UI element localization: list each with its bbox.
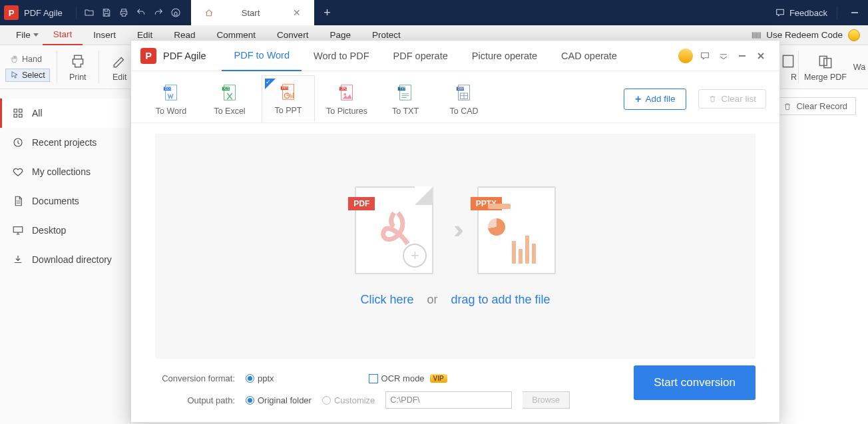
dlg-tab-picoperate[interactable]: Picture operate bbox=[460, 41, 549, 71]
redo-icon[interactable] bbox=[150, 4, 167, 21]
hand-icon bbox=[10, 55, 19, 64]
dialog-minimize[interactable] bbox=[733, 47, 752, 65]
ribbon-cursor-group: Hand Select bbox=[0, 45, 55, 89]
app-logo: P bbox=[4, 5, 19, 20]
printer-icon bbox=[69, 53, 87, 70]
barcode-icon bbox=[752, 31, 762, 40]
chevron-down-icon bbox=[33, 33, 39, 37]
menu-insert[interactable]: Insert bbox=[83, 25, 126, 45]
menu-start[interactable]: Start bbox=[43, 25, 83, 45]
svg-rect-3 bbox=[819, 56, 827, 65]
dlg-tab-cadoperate[interactable]: CAD operate bbox=[549, 41, 629, 71]
svg-text:JPG: JPG bbox=[341, 87, 347, 91]
ribbon-merge-pdf[interactable]: Merge PDF bbox=[800, 45, 851, 89]
output-original-radio[interactable]: Original folder bbox=[246, 395, 312, 405]
add-circle-icon: + bbox=[403, 244, 427, 268]
dialog-header: P PDF Agile PDF to Word Word to PDF PDF … bbox=[131, 41, 779, 71]
dialog-message-icon[interactable] bbox=[696, 47, 714, 65]
desktop-icon bbox=[12, 224, 24, 236]
excel-file-icon: XLSX bbox=[220, 83, 240, 103]
svg-rect-8 bbox=[19, 114, 23, 118]
ribbon-right-partial[interactable]: R bbox=[778, 45, 797, 89]
window-minimize[interactable] bbox=[841, 0, 868, 25]
dialog-footer: Conversion format: pptx OCR modeVIP Outp… bbox=[131, 369, 779, 417]
trash-icon bbox=[783, 102, 792, 111]
output-custom-radio[interactable]: Customize bbox=[322, 395, 375, 405]
feedback-button[interactable]: Feedback bbox=[775, 7, 827, 18]
sidebar-item-collections[interactable]: My collections bbox=[0, 157, 130, 186]
conversion-dialog: P PDF Agile PDF to Word Word to PDF PDF … bbox=[130, 40, 780, 423]
clear-record-button[interactable]: Clear Record bbox=[774, 97, 856, 115]
dropzone-text: Click here or drag to add the file bbox=[360, 293, 550, 307]
dlg-tab-pdfoperate[interactable]: PDF operate bbox=[381, 41, 460, 71]
subtab-ppt[interactable]: PPTX To PPT bbox=[262, 75, 315, 122]
save-icon[interactable] bbox=[98, 4, 115, 21]
dialog-title: PDF Agile bbox=[163, 51, 206, 61]
user-avatar[interactable] bbox=[678, 49, 693, 63]
select-tool[interactable]: Select bbox=[5, 69, 50, 82]
start-conversion-button[interactable]: Start conversion bbox=[634, 365, 756, 400]
svg-rect-7 bbox=[14, 114, 17, 118]
ribbon-print[interactable]: Print bbox=[59, 45, 97, 89]
subtab-pictures[interactable]: JPG To Pictures bbox=[320, 75, 373, 122]
dialog-close[interactable] bbox=[752, 47, 770, 65]
subtab-cad[interactable]: DWG To CAD bbox=[437, 75, 491, 122]
undo-icon[interactable] bbox=[132, 4, 150, 21]
drag-text: drag to add the file bbox=[451, 293, 550, 306]
plus-icon: + bbox=[324, 6, 331, 20]
svg-text:TXT: TXT bbox=[400, 87, 406, 91]
sidebar-item-desktop[interactable]: Desktop bbox=[0, 216, 130, 245]
dropzone[interactable]: PDF + ›› PPTX Click here or dr bbox=[155, 134, 756, 359]
sidebar: All Recent projects My collections Docum… bbox=[0, 89, 130, 424]
add-file-button[interactable]: +Add file bbox=[624, 89, 686, 110]
print-icon[interactable] bbox=[115, 4, 132, 21]
browse-button[interactable]: Browse bbox=[523, 391, 570, 409]
svg-rect-10 bbox=[13, 227, 23, 232]
click-here-link[interactable]: Click here bbox=[360, 293, 413, 306]
hand-tool[interactable]: Hand bbox=[5, 53, 50, 66]
dialog-menu-icon[interactable] bbox=[714, 47, 733, 65]
format-pptx-radio[interactable]: pptx bbox=[246, 373, 274, 383]
svg-rect-6 bbox=[19, 109, 23, 112]
ribbon-cut-right: Wa bbox=[851, 45, 868, 89]
menu-file[interactable]: File bbox=[5, 25, 43, 45]
pdf-doc-icon: PDF + bbox=[355, 186, 433, 274]
svg-rect-2 bbox=[783, 55, 793, 67]
app-title: PDF Agile bbox=[24, 8, 63, 18]
coin-icon[interactable] bbox=[848, 29, 860, 41]
tab-start[interactable]: Start ✕ bbox=[191, 0, 314, 25]
sidebar-item-documents[interactable]: Documents bbox=[0, 186, 130, 216]
dialog-subtabs: DOCX To Word XLSX To Excel PPTX To PPT J… bbox=[131, 71, 779, 123]
tab-close-icon[interactable]: ✕ bbox=[293, 7, 301, 18]
subtab-excel[interactable]: XLSX To Excel bbox=[203, 75, 256, 122]
svg-rect-4 bbox=[824, 58, 831, 67]
dlg-tab-pdf2word[interactable]: PDF to Word bbox=[222, 41, 302, 71]
clock-icon bbox=[12, 136, 24, 148]
pptx-doc-icon: PPTX bbox=[477, 186, 556, 274]
subtab-txt[interactable]: TXT To TXT bbox=[379, 75, 432, 122]
new-tab-button[interactable]: + bbox=[314, 0, 340, 25]
ppt-file-icon: PPTX bbox=[278, 82, 298, 102]
dialog-logo: P bbox=[140, 48, 156, 64]
edit-icon bbox=[111, 53, 128, 70]
dlg-tab-word2pdf[interactable]: Word to PDF bbox=[302, 41, 381, 71]
sidebar-item-recent[interactable]: Recent projects bbox=[0, 128, 130, 157]
sidebar-item-all[interactable]: All bbox=[0, 99, 130, 128]
tab-home-icon bbox=[204, 8, 214, 17]
plus-icon: + bbox=[635, 93, 641, 105]
clear-list-button[interactable]: Clear list bbox=[698, 89, 766, 108]
subtab-word[interactable]: DOCX To Word bbox=[144, 75, 198, 122]
document-icon bbox=[12, 195, 24, 207]
grid-icon bbox=[12, 107, 24, 119]
txt-file-icon: TXT bbox=[395, 83, 415, 103]
svg-text:PPTX: PPTX bbox=[282, 87, 291, 90]
output-path-input[interactable] bbox=[385, 391, 512, 409]
tab-label: Start bbox=[242, 8, 260, 18]
sidebar-item-download[interactable]: Download directory bbox=[0, 245, 130, 274]
redeem-code-button[interactable]: Use Redeem Code bbox=[752, 30, 843, 40]
ocr-mode-checkbox[interactable]: OCR modeVIP bbox=[369, 373, 447, 383]
home-icon[interactable] bbox=[167, 4, 184, 21]
check-badge-icon bbox=[265, 79, 276, 89]
open-folder-icon[interactable] bbox=[81, 4, 98, 21]
titlebar: P PDF Agile Start ✕ + Feedback bbox=[0, 0, 868, 25]
